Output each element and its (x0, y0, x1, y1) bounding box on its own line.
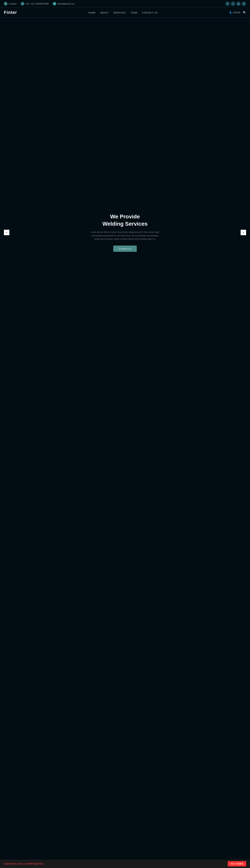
search-icon[interactable]: 🔍 (243, 11, 246, 14)
prev-arrow[interactable]: + (4, 230, 9, 235)
user-icon: 👤 (229, 11, 232, 14)
next-arrow[interactable]: + (241, 230, 246, 235)
nav-team-link[interactable]: TEAM (131, 11, 137, 14)
hero-body-text: Lorem ipsum dolor sit amet consectetur a… (90, 230, 160, 241)
nav-links: HOME ABOUT SERVICES TEAM CONTACT US (88, 11, 158, 14)
next-arrow-icon: + (242, 231, 244, 234)
bottom-bar: 内蒙哦气泡bbs.stenlao.com免费下载使用请勿 前往下载模板 (0, 860, 250, 868)
email-icon: ✉ (53, 2, 56, 5)
top-bar: 📍 Location 📞 Call: +01 123456678990 ✉ de… (0, 0, 250, 8)
nav-home-link[interactable]: HOME (88, 11, 96, 14)
call-item: 📞 Call: +01 123456678990 (21, 2, 49, 5)
social-links: f t in y (225, 2, 246, 6)
call-icon: 📞 (21, 2, 24, 5)
logo: Finter (4, 10, 17, 15)
top-bar-left: 📍 Location 📞 Call: +01 123456678990 ✉ de… (4, 2, 75, 5)
nav-about[interactable]: ABOUT (101, 11, 109, 14)
email-item: ✉ demo@gmail.com (53, 2, 75, 5)
nav-services[interactable]: SERVICES (113, 11, 126, 14)
location-item: 📍 Location (4, 2, 17, 5)
lower-section (0, 447, 250, 838)
hero-title-line1: We Provide (110, 214, 140, 220)
watermark-text: 内蒙哦气泡bbs.stenlao.com免费下载使用请勿 (4, 863, 44, 865)
login-button[interactable]: 👤 LOGIN (229, 11, 241, 14)
youtube-icon[interactable]: y (242, 2, 246, 6)
location-icon: 📍 (4, 2, 7, 5)
hero-section: + We Provide Welding Services Lorem ipsu… (0, 18, 250, 447)
contact-us-button[interactable]: Contact Us (113, 246, 137, 252)
twitter-icon[interactable]: t (231, 2, 235, 6)
nav-contact[interactable]: CONTACT US (142, 11, 158, 14)
location-label: Location (8, 3, 17, 5)
navbar: Finter HOME ABOUT SERVICES TEAM CONTACT … (0, 8, 250, 18)
hero-title: We Provide Welding Services (90, 213, 160, 227)
nav-services-link[interactable]: SERVICES (113, 11, 126, 14)
prev-arrow-icon: + (6, 231, 7, 234)
call-label: Call: +01 123456678990 (25, 3, 49, 5)
facebook-icon[interactable]: f (225, 2, 230, 6)
email-label: demo@gmail.com (57, 3, 75, 5)
nav-home[interactable]: HOME (88, 11, 96, 14)
nav-right: 👤 LOGIN 🔍 (229, 11, 246, 14)
hero-title-line2: Welding Services (102, 221, 147, 227)
nav-about-link[interactable]: ABOUT (101, 11, 109, 14)
linkedin-icon[interactable]: in (236, 2, 241, 6)
nav-team[interactable]: TEAM (131, 11, 137, 14)
download-button[interactable]: 前往下载模板 (228, 861, 246, 866)
hero-content: We Provide Welding Services Lorem ipsum … (86, 209, 164, 256)
nav-contact-link[interactable]: CONTACT US (142, 11, 158, 14)
login-label: LOGIN (233, 11, 241, 14)
